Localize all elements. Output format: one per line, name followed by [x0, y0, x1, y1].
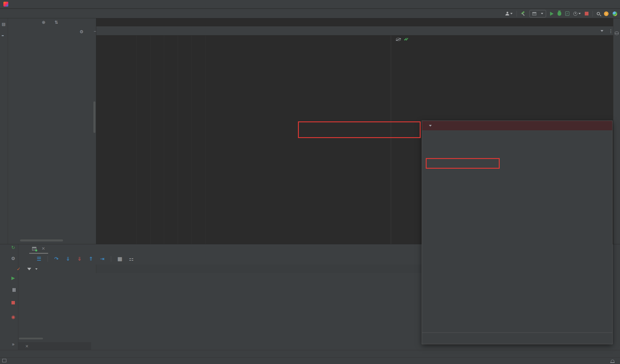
- evaluate-watch-input[interactable]: [96, 265, 422, 273]
- popup-footer: [422, 332, 612, 344]
- user-account-button[interactable]: [505, 12, 513, 15]
- toolbar-divider: [592, 11, 593, 17]
- restore-layout-icon[interactable]: ⚏: [125, 256, 137, 262]
- chevron-down-icon[interactable]: [35, 268, 38, 270]
- collapse-all-icon[interactable]: ⇅: [54, 20, 58, 25]
- horizontal-scrollbar[interactable]: [20, 239, 63, 241]
- idea-logo-icon: [3, 2, 8, 7]
- profiler-button[interactable]: [573, 12, 581, 16]
- wrap-guide: [391, 36, 391, 244]
- chevron-down-icon: [541, 13, 543, 14]
- run-config-selector[interactable]: [529, 10, 546, 17]
- frames-list: [18, 274, 91, 308]
- project-panel: ⊕ ⇅ ⚙ ─: [8, 18, 96, 244]
- coverage-button[interactable]: ✓: [565, 11, 569, 16]
- toolbar-divider: [517, 11, 517, 17]
- toolwindow-bar: [0, 350, 620, 357]
- stop-icon[interactable]: [8, 300, 18, 306]
- ide-window: ✓ ↑ ▤ ⚑ ▦ ⊕ ⇅ ⚙ ─: [0, 0, 620, 364]
- reader-mode-toggle[interactable]: ✓✓: [393, 37, 406, 42]
- pause-icon[interactable]: [8, 288, 18, 293]
- run-config-icon: [532, 12, 536, 15]
- maximize-button[interactable]: [594, 0, 607, 9]
- inspections-ok-icon[interactable]: ✓✓: [404, 37, 406, 42]
- force-step-into-icon[interactable]: ⇓: [74, 256, 85, 262]
- step-out-icon[interactable]: ⇑: [85, 256, 97, 262]
- build-hammer-icon[interactable]: [521, 11, 525, 16]
- gear-icon[interactable]: ⚙: [80, 29, 83, 34]
- check-icon: ✓: [17, 266, 20, 272]
- hide-panel-icon[interactable]: ─: [94, 29, 96, 34]
- run-to-cursor-icon[interactable]: ⇥: [97, 256, 108, 262]
- debug-button[interactable]: [558, 11, 561, 16]
- editor-tabs-bar: ⋮: [96, 26, 620, 36]
- title-bar: [0, 0, 620, 9]
- close-icon[interactable]: ✕: [42, 246, 45, 251]
- status-bar: [0, 357, 620, 364]
- layout-icon[interactable]: ☰: [33, 256, 45, 262]
- run-button[interactable]: [550, 12, 554, 16]
- debugger-inspect-popup: [422, 121, 613, 344]
- view-breakpoints-icon[interactable]: ◉: [8, 314, 18, 320]
- popup-header[interactable]: [422, 121, 612, 130]
- close-icon[interactable]: ✕: [25, 344, 29, 349]
- code-with-me-button[interactable]: [613, 11, 617, 16]
- minimize-button[interactable]: [580, 0, 594, 9]
- evaluate-expression-icon[interactable]: ▦: [114, 256, 125, 262]
- annotation-box-name-setcmd: [426, 158, 500, 169]
- update-available-button[interactable]: ↑: [604, 11, 609, 16]
- user-icon: [505, 12, 509, 15]
- stop-button[interactable]: [585, 12, 588, 15]
- tabs-list-chevron-icon[interactable]: [601, 30, 603, 32]
- vertical-scrollbar[interactable]: [93, 101, 95, 133]
- project-toolwindow-icon[interactable]: ▤: [2, 22, 5, 26]
- annotation-box-inline-values: [298, 121, 421, 138]
- step-over-icon[interactable]: ↷: [51, 256, 62, 262]
- more-icon[interactable]: »: [8, 342, 18, 347]
- profiler-icon: [573, 12, 577, 16]
- run-toolbar: ✓ ↑: [505, 9, 617, 18]
- tabs-kebab-icon[interactable]: ⋮: [609, 28, 613, 34]
- close-button[interactable]: [607, 0, 620, 9]
- step-into-icon[interactable]: ⇓: [62, 256, 74, 262]
- filter-funnel-icon[interactable]: [27, 268, 31, 270]
- navigation-bar: ✓ ↑: [0, 9, 620, 18]
- database-icon[interactable]: [615, 32, 619, 35]
- chevron-down-icon: [510, 13, 513, 14]
- project-panel-header: ⊕ ⇅ ⚙ ─: [8, 18, 96, 26]
- search-everywhere-button[interactable]: [597, 12, 600, 15]
- debug-session-tab[interactable]: ✕: [29, 244, 48, 254]
- resume-icon[interactable]: ▶: [8, 275, 18, 281]
- chevron-down-icon: [578, 13, 581, 14]
- eye-slash-icon: [396, 38, 401, 41]
- chevron-down-icon: [429, 125, 432, 127]
- toolwindow-switcher-icon[interactable]: [2, 359, 6, 362]
- notifications-bell-icon[interactable]: [611, 360, 614, 362]
- frames-hint: ✕: [18, 342, 91, 350]
- locate-icon[interactable]: ⊕: [42, 20, 46, 25]
- session-icon: [32, 247, 36, 251]
- frames-hscrollbar[interactable]: [19, 338, 43, 339]
